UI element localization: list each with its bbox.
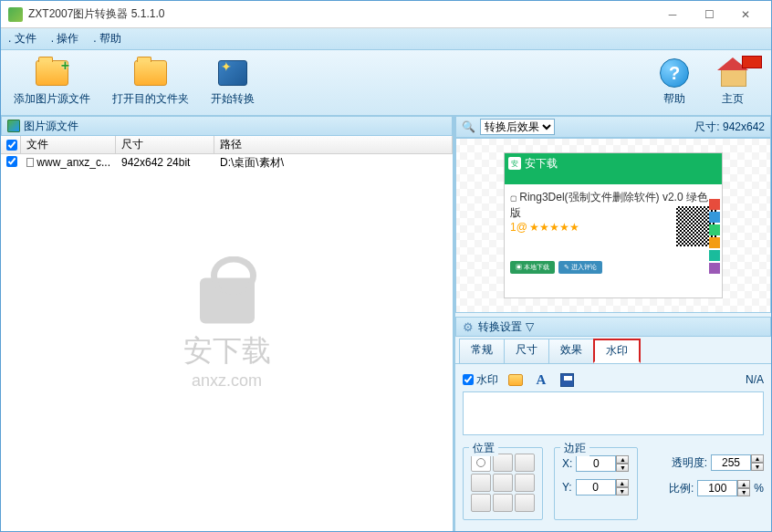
x-down[interactable]: ▼: [616, 464, 629, 472]
col-file[interactable]: 文件: [21, 136, 116, 153]
minimize-button[interactable]: ─: [654, 2, 691, 27]
file-table-header: 文件 尺寸 路径: [1, 136, 453, 154]
pos-top-right[interactable]: [515, 454, 535, 472]
preview-size-label: 尺寸: 942x642: [694, 120, 765, 135]
save-button[interactable]: [558, 371, 575, 388]
margin-x-input[interactable]: [576, 455, 616, 472]
save-icon: [560, 373, 574, 387]
folder-icon: [134, 60, 167, 86]
row-path: D:\桌面\素材\: [214, 155, 453, 171]
y-up[interactable]: ▲: [616, 479, 629, 487]
source-panel-title: 图片源文件: [24, 119, 78, 134]
source-panel: 图片源文件 文件 尺寸 路径 www_anxz_c... 942x642 24b…: [1, 116, 455, 531]
pos-top-left[interactable]: [471, 454, 491, 472]
scale-row: 比例: ▲▼ %: [669, 480, 764, 496]
scale-input[interactable]: [697, 480, 737, 496]
pos-mid-right[interactable]: [515, 474, 535, 492]
open-dest-button[interactable]: 打开目的文件夹: [112, 58, 189, 107]
y-down[interactable]: ▼: [616, 487, 629, 495]
menu-help[interactable]: . 帮助: [93, 31, 121, 47]
col-size[interactable]: 尺寸: [116, 136, 214, 153]
image-icon: [7, 120, 20, 132]
help-button[interactable]: ? 帮助: [656, 58, 693, 107]
scale-down[interactable]: ▼: [737, 488, 750, 496]
collapse-icon[interactable]: ▽: [526, 320, 534, 333]
watermark-checkbox-label[interactable]: 水印: [463, 372, 498, 388]
background-watermark: 安下载 anxz.com: [183, 277, 271, 390]
wand-icon: [218, 60, 247, 86]
margin-x-row: X: ▲▼: [562, 455, 630, 472]
opacity-down[interactable]: ▼: [751, 463, 764, 471]
pos-mid-center[interactable]: [493, 474, 513, 492]
file-table: 文件 尺寸 路径 www_anxz_c... 942x642 24bit D:\…: [1, 136, 453, 531]
opacity-scale-column: 透明度: ▲▼ 比例: ▲▼ %: [669, 447, 764, 520]
preview-area: 安安下载 ▢ Ring3Del(强制文件删除软件) v2.0 绿色版 1@ ★★…: [455, 138, 771, 313]
magnifier-icon: [462, 120, 475, 133]
x-up[interactable]: ▲: [616, 455, 629, 464]
gear-icon: [462, 320, 475, 333]
tab-watermark[interactable]: 水印: [593, 339, 641, 363]
tab-general[interactable]: 常规: [459, 339, 505, 363]
margin-fieldset: 边距 X: ▲▼ Y:: [554, 447, 638, 520]
pos-top-center[interactable]: [493, 454, 513, 472]
menu-operate[interactable]: . 操作: [51, 31, 79, 47]
app-icon: [8, 7, 23, 22]
preview-mode-select[interactable]: 转换后效果: [480, 119, 555, 135]
col-check[interactable]: [1, 136, 21, 153]
pos-bot-right[interactable]: [515, 494, 535, 512]
watermark-tab-content: 水印 A N/A 位置: [455, 364, 771, 531]
position-fieldset: 位置: [463, 447, 543, 520]
margin-y-input[interactable]: [576, 479, 616, 495]
table-row[interactable]: www_anxz_c... 942x642 24bit D:\桌面\素材\: [1, 154, 453, 171]
menu-file[interactable]: . 文件: [8, 31, 37, 47]
file-icon: [26, 158, 34, 167]
row-checkbox[interactable]: [6, 156, 17, 167]
row-filename: www_anxz_c...: [37, 156, 110, 169]
watermark-text-input[interactable]: [463, 391, 764, 435]
toolbar: 添加图片源文件 打开目的文件夹 开始转换 ? 帮助 主页: [1, 50, 771, 116]
window-title: ZXT2007图片转换器 5.1.1.0: [28, 6, 654, 22]
watermark-checkbox[interactable]: [463, 374, 474, 385]
settings-header: 转换设置 ▽: [455, 317, 771, 337]
opacity-up[interactable]: ▲: [751, 454, 764, 463]
start-convert-button[interactable]: 开始转换: [211, 58, 255, 107]
tab-size[interactable]: 尺寸: [504, 339, 549, 363]
position-grid: [471, 454, 535, 512]
title-bar: ZXT2007图片转换器 5.1.1.0 ─ ☐ ✕: [1, 1, 771, 28]
maximize-button[interactable]: ☐: [691, 2, 727, 27]
menu-bar: . 文件 . 操作 . 帮助: [1, 28, 771, 50]
right-panel: 转换后效果 尺寸: 942x642 安安下载 ▢ Ring3Del(强制文件删除…: [455, 116, 771, 531]
settings-tabs: 常规 尺寸 效果 水印: [455, 337, 771, 364]
flag-icon[interactable]: [742, 56, 762, 68]
preview-bar: 转换后效果 尺寸: 942x642: [455, 116, 771, 138]
close-button[interactable]: ✕: [727, 2, 764, 27]
main-area: 图片源文件 文件 尺寸 路径 www_anxz_c... 942x642 24b…: [1, 116, 771, 531]
row-size: 942x642 24bit: [116, 156, 214, 169]
margin-y-row: Y: ▲▼: [562, 479, 630, 495]
col-path[interactable]: 路径: [214, 136, 453, 153]
tab-effect[interactable]: 效果: [548, 339, 594, 363]
open-file-button[interactable]: [507, 371, 524, 388]
pos-bot-center[interactable]: [493, 494, 513, 512]
folder-plus-icon: [36, 60, 68, 86]
pos-bot-left[interactable]: [471, 494, 491, 512]
pos-mid-left[interactable]: [471, 474, 491, 492]
folder-small-icon: [508, 374, 523, 386]
settings-title: 转换设置: [478, 319, 522, 335]
na-label: N/A: [746, 373, 764, 386]
preview-image: 安安下载 ▢ Ring3Del(强制文件删除软件) v2.0 绿色版 1@ ★★…: [504, 152, 723, 298]
scale-up[interactable]: ▲: [737, 480, 750, 488]
opacity-input[interactable]: [711, 454, 751, 471]
source-panel-header: 图片源文件: [1, 116, 453, 136]
select-all-checkbox[interactable]: [6, 140, 17, 151]
opacity-row: 透明度: ▲▼: [669, 454, 764, 471]
help-icon: ?: [660, 58, 689, 88]
add-source-button[interactable]: 添加图片源文件: [14, 58, 90, 107]
font-button[interactable]: A: [533, 371, 549, 388]
